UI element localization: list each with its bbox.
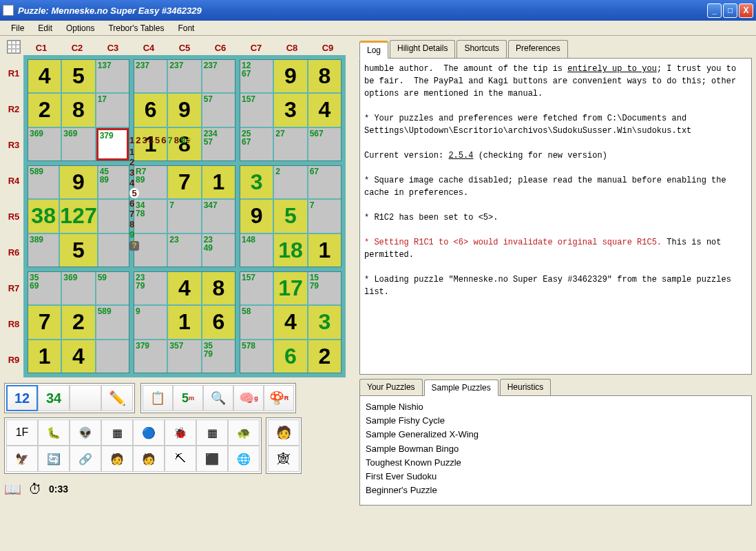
cell-r4c6[interactable]: 1 — [202, 166, 235, 198]
row-header[interactable]: R3 — [4, 127, 23, 163]
menu-file[interactable]: File — [4, 22, 31, 34]
cell-r1c8[interactable]: 9 — [274, 60, 306, 92]
cell-r8c1[interactable]: 7 — [28, 306, 61, 338]
cell-r1c1[interactable]: 4 — [28, 60, 61, 92]
heuristic-icon-4[interactable]: 🔵 — [133, 419, 165, 446]
hint-5-button[interactable]: 5m — [173, 385, 203, 411]
cell-r4c2[interactable]: 9 — [60, 166, 96, 198]
puzzle-list-item[interactable]: Sample Nishio — [364, 400, 747, 414]
heuristic-icon-8[interactable]: 🦅 — [6, 446, 38, 472]
cell-r9c1[interactable]: 1 — [28, 340, 61, 373]
cell-r1c2[interactable]: 5 — [62, 60, 94, 92]
hint-help-icon[interactable]: ? — [129, 241, 139, 251]
row-header[interactable]: R4 — [4, 163, 23, 198]
cell-r7c5[interactable]: 4 — [168, 272, 200, 304]
cell-r9c9[interactable]: 2 — [308, 340, 341, 373]
cell-r5c8[interactable]: 5 — [274, 200, 306, 232]
menu-edit[interactable]: Edit — [31, 22, 59, 34]
row-header[interactable]: R7 — [4, 270, 23, 306]
cell-r8c9[interactable]: 3 — [308, 306, 341, 338]
tab-sample-puzzles[interactable]: Sample Puzzles — [424, 380, 498, 396]
cell-r1c7[interactable]: 12 67 — [240, 60, 273, 92]
stopwatch-icon[interactable]: ⏱ — [28, 481, 42, 497]
tab-log[interactable]: Log — [359, 41, 388, 59]
mode-12-button[interactable]: 12 — [6, 385, 38, 411]
puzzle-list-item[interactable]: First Ever Sudoku — [364, 470, 747, 484]
cell-r5c2[interactable]: 127 — [60, 200, 96, 232]
heuristic-icon-7[interactable]: 🐢 — [228, 419, 260, 446]
cell-r1c6[interactable]: 237 — [202, 60, 235, 92]
cell-r4c7[interactable]: 3 — [240, 166, 273, 198]
heuristic-icon-6[interactable]: ▦ — [196, 419, 228, 446]
cell-r7c7[interactable]: 157 — [240, 272, 273, 304]
row-header[interactable]: R6 — [4, 234, 23, 270]
cell-r4c9[interactable]: 67 — [308, 166, 341, 198]
row-header[interactable]: R5 — [4, 198, 23, 234]
tab-hilight[interactable]: Hilight Details — [390, 40, 455, 58]
cell-r2c3[interactable]: 17 — [96, 94, 129, 126]
cell-r2c9[interactable]: 4 — [308, 94, 341, 126]
cell-r2c8[interactable]: 3 — [274, 94, 306, 126]
menu-options[interactable]: Options — [59, 22, 101, 34]
cell-r2c1[interactable]: 2 — [28, 94, 61, 126]
cell-r1c3[interactable]: 137 — [96, 60, 129, 92]
web-icon[interactable]: 🕸 — [268, 446, 300, 472]
heuristic-icon-2[interactable]: 👽 — [70, 419, 101, 446]
tab-your-puzzles[interactable]: Your Puzzles — [359, 379, 423, 395]
close-button[interactable]: X — [739, 3, 753, 18]
col-header[interactable]: C5 — [167, 40, 202, 55]
cell-r6c7[interactable]: 148 — [240, 234, 273, 267]
puzzle-list[interactable]: Sample NishioSample Fishy CycleSample Ge… — [359, 395, 752, 506]
heuristic-icon-13[interactable]: ⛏ — [165, 446, 196, 472]
cell-r3c7[interactable]: 25 67 — [240, 128, 273, 160]
cell-r9c5[interactable]: 357 — [168, 340, 200, 373]
cell-r1c9[interactable]: 8 — [308, 60, 341, 92]
heuristic-icon-11[interactable]: 🧑 — [101, 446, 133, 472]
cell-r5c7[interactable]: 9 — [240, 200, 273, 232]
col-header[interactable]: C2 — [59, 40, 95, 55]
pencil-icon[interactable]: ✏️ — [101, 385, 133, 411]
cell-r6c8[interactable]: 18 — [274, 234, 306, 267]
grid-toggle-icon[interactable] — [4, 40, 23, 55]
checklist-icon[interactable]: 📋 — [143, 385, 173, 411]
cell-r7c6[interactable]: 8 — [202, 272, 235, 304]
cell-r5c1[interactable]: 38 — [28, 200, 59, 232]
heuristic-icon-1[interactable]: 🐛 — [38, 419, 70, 446]
maximize-button[interactable]: □ — [723, 3, 737, 18]
row-header[interactable]: R9 — [4, 342, 23, 377]
menu-trebors-tables[interactable]: Trebor's Tables — [101, 22, 171, 34]
cell-r9c3[interactable] — [96, 340, 129, 373]
heuristic-icon-10[interactable]: 🔗 — [70, 446, 101, 472]
cell-r2c6[interactable]: 57 — [202, 94, 235, 126]
heuristic-icon-15[interactable]: 🌐 — [228, 446, 260, 472]
heuristic-icon-0[interactable]: 1F — [6, 419, 38, 446]
cell-r8c5[interactable]: 1 — [168, 306, 200, 338]
cell-r7c8[interactable]: 17 — [274, 272, 306, 304]
cell-r2c2[interactable]: 8 — [62, 94, 94, 126]
cell-r7c3[interactable]: 59 — [96, 272, 129, 304]
cell-r8c4[interactable]: 9 — [134, 306, 167, 338]
heuristic-icon-12[interactable]: 🧑 — [133, 446, 165, 472]
col-header[interactable]: C3 — [95, 40, 131, 55]
heuristic-icon-3[interactable]: ▦ — [101, 419, 133, 446]
cell-r6c3[interactable] — [98, 234, 129, 267]
log-textarea[interactable]: humble author. The amount of the tip is … — [359, 58, 752, 375]
col-header[interactable]: C7 — [238, 40, 274, 55]
book-icon[interactable]: 📖 — [4, 481, 21, 497]
cell-r4c8[interactable]: 2 — [274, 166, 306, 198]
menu-font[interactable]: Font — [171, 22, 201, 34]
cell-r4c3[interactable]: 45 89 — [98, 166, 129, 198]
puzzle-list-item[interactable]: Sample Bowman Bingo — [364, 442, 747, 456]
mushroom-icon[interactable]: 🍄R — [264, 385, 294, 411]
cell-r8c8[interactable]: 4 — [274, 306, 306, 338]
cell-r3c9[interactable]: 567 — [308, 128, 341, 160]
col-header[interactable]: C6 — [202, 40, 238, 55]
cell-r3c3[interactable]: 379 — [96, 128, 129, 160]
row-header[interactable]: R8 — [4, 306, 23, 342]
cell-r5c9[interactable]: 7 — [308, 200, 341, 232]
cell-r8c6[interactable]: 6 — [202, 306, 235, 338]
tab-preferences[interactable]: Preferences — [508, 40, 568, 58]
cell-r6c6[interactable]: 23 49 — [202, 234, 235, 267]
minimize-button[interactable]: _ — [707, 3, 722, 18]
cell-r1c4[interactable]: 237 — [134, 60, 167, 92]
